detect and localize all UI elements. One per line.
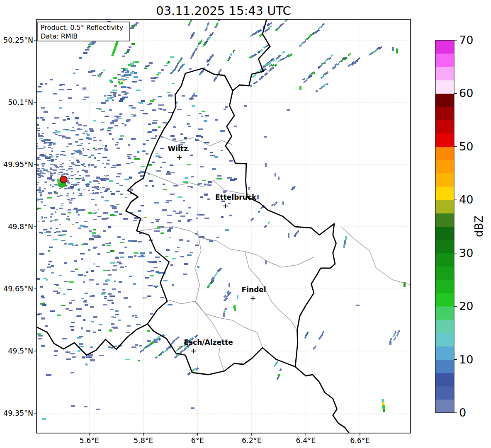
colorbar-tick-label: 10 (459, 353, 473, 366)
radar-site-dot (60, 176, 67, 183)
city-label: Wiltz (168, 145, 188, 153)
radar-figure: 03.11.2025 15:43 UTC WiltzEttelbruckFind… (0, 0, 491, 448)
colorbar-tick-label: 40 (459, 193, 473, 206)
colorbar-unit-label: dBZ (473, 216, 485, 237)
lat-tick-label: 50.25°N (3, 36, 33, 44)
lon-tick-label: 6.2°E (242, 436, 262, 445)
colorbar-tick-label: 60 (459, 87, 473, 99)
colorbar-tick-label: 50 (459, 140, 473, 153)
info-product-line: Product: 0.5° Reflectivity (41, 24, 123, 31)
colorbar-tick-label: 20 (459, 300, 473, 312)
city-label: Esch/Alzette (184, 338, 233, 346)
lat-tick-label: 49.35°N (3, 409, 33, 417)
colorbar-bands (435, 40, 454, 413)
lon-tick-label: 6.6°E (350, 436, 370, 445)
colorbar-tick-label: 70 (459, 34, 473, 46)
lat-tick-label: 50.1°N (8, 98, 33, 107)
lat-tick-label: 49.5°N (8, 347, 33, 355)
lon-tick-label: 5.8°E (134, 436, 153, 445)
info-box: Product: 0.5° Reflectivity Data: RMIB (38, 22, 129, 41)
city-label: Findel (242, 286, 266, 294)
colorbar-tick-label: 0 (459, 406, 466, 419)
lon-tick-label: 6.4°E (296, 436, 316, 445)
lat-tick-label: 49.95°N (3, 160, 33, 169)
colorbar-tick-label: 30 (459, 247, 473, 259)
lon-tick-label: 5.6°E (79, 436, 99, 445)
radar-map-canvas: 03.11.2025 15:43 UTC WiltzEttelbruckFind… (0, 0, 491, 448)
lat-tick-label: 49.8°N (8, 223, 33, 231)
lon-tick-label: 6°E (191, 436, 204, 445)
lat-tick-label: 49.65°N (3, 285, 33, 293)
figure-background (0, 0, 491, 448)
city-label: Ettelbruck (215, 193, 257, 201)
info-data-line: Data: RMIB (41, 32, 78, 40)
figure-title: 03.11.2025 15:43 UTC (156, 4, 291, 18)
